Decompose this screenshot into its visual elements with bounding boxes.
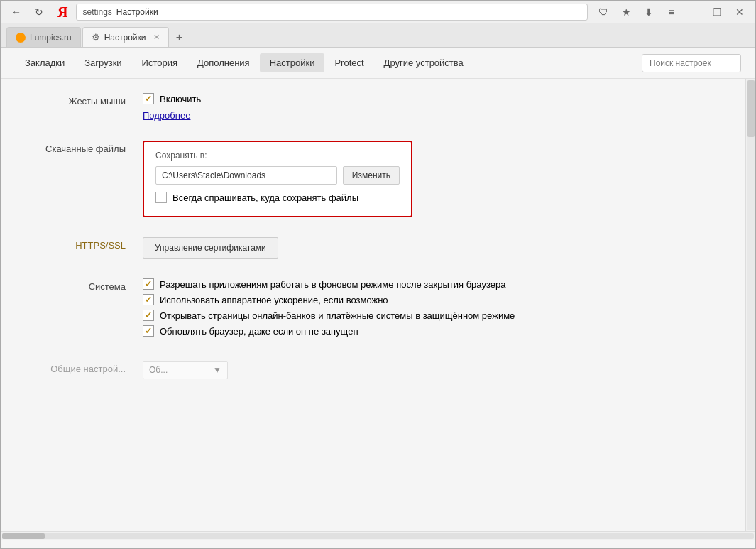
nav-other-devices[interactable]: Другие устройства (374, 53, 473, 72)
menu-icon: ≡ (669, 6, 674, 18)
general-label: Общие настрой... (29, 361, 143, 374)
mouse-gestures-label: Жесты мыши (29, 93, 143, 107)
tab-favicon-lumpics (16, 33, 26, 43)
new-tab-button[interactable]: + (170, 28, 189, 47)
tab-close-button[interactable]: ✕ (153, 33, 160, 42)
settings-content: Жесты мыши Включить Подробнее Скачанные … (1, 79, 745, 531)
close-button[interactable]: ✕ (730, 2, 750, 22)
general-dropdown-arrow: ▼ (213, 365, 221, 375)
menu-button[interactable]: ≡ (662, 2, 681, 22)
system-checkbox-row-0: Разрешать приложениям работать в фоновом… (143, 278, 717, 290)
system-checkbox-label-3: Обновлять браузер, даже если он не запущ… (160, 326, 358, 337)
general-control: Об... ▼ (143, 361, 717, 379)
download-path-row: Изменить (155, 166, 400, 185)
download-section-box: Сохранять в: Изменить Всегда спрашивать,… (143, 141, 412, 217)
nav-history[interactable]: История (132, 53, 187, 72)
mouse-gestures-enable-label: Включить (160, 94, 201, 104)
settings-main: Жесты мыши Включить Подробнее Скачанные … (1, 79, 755, 531)
manage-certificates-button[interactable]: Управление сертификатами (143, 237, 278, 259)
settings-nav: Закладки Загрузки История Дополнения Нас… (1, 48, 755, 79)
minimize-button[interactable]: — (684, 2, 704, 22)
scrollbar-track (747, 80, 755, 530)
minimize-icon: — (689, 6, 699, 18)
mouse-gestures-enable-row: Включить (143, 93, 717, 104)
restore-button[interactable]: ❐ (707, 2, 727, 22)
mouse-gestures-more-link[interactable]: Подробнее (143, 110, 717, 121)
right-scrollbar[interactable] (745, 79, 755, 531)
tab-bar: Lumpics.ru ⚙ Настройки ✕ + (1, 23, 755, 48)
downloaded-files-label: Скачанные файлы (29, 141, 143, 154)
back-button[interactable]: ← (6, 2, 26, 22)
general-dropdown-value: Об... (149, 365, 168, 375)
tab-lumpics[interactable]: Lumpics.ru (6, 27, 81, 47)
system-checkbox-label-2: Открывать страницы онлайн-банков и платё… (160, 310, 515, 321)
system-checkbox-1[interactable] (143, 294, 154, 305)
system-checkbox-label-0: Разрешать приложениям работать в фоновом… (160, 279, 505, 290)
protect-button[interactable]: 🛡 (593, 2, 613, 22)
system-checkbox-row-1: Использовать аппаратное ускорение, если … (143, 294, 717, 305)
tab-settings[interactable]: ⚙ Настройки ✕ (82, 27, 169, 47)
nav-bookmarks[interactable]: Закладки (15, 53, 75, 72)
system-checkbox-row-3: Обновлять браузер, даже если он не запущ… (143, 325, 717, 337)
nav-settings[interactable]: Настройки (260, 53, 325, 72)
system-checkbox-3[interactable] (143, 325, 154, 337)
nav-protect[interactable]: Protect (324, 53, 373, 72)
settings-search-container (642, 54, 741, 72)
protect-icon: 🛡 (598, 6, 608, 18)
downloaded-files-control: Сохранять в: Изменить Всегда спрашивать,… (143, 141, 717, 217)
system-checkbox-label-1: Использовать аппаратное ускорение, если … (160, 295, 388, 305)
settings-tab-icon: ⚙ (92, 32, 100, 43)
tab-label-settings: Настройки (104, 33, 146, 43)
address-bar[interactable]: settings Настройки (76, 4, 588, 21)
mouse-gestures-row: Жесты мыши Включить Подробнее (29, 93, 717, 121)
address-prefix: settings (82, 7, 111, 17)
reload-button[interactable]: ↻ (29, 2, 49, 22)
yandex-logo: Я (57, 4, 67, 21)
save-to-label: Сохранять в: (155, 151, 400, 161)
address-domain: Настройки (116, 7, 158, 17)
change-path-button[interactable]: Изменить (343, 166, 400, 185)
always-ask-row: Всегда спрашивать, куда сохранять файлы (155, 192, 400, 203)
title-bar: ← ↻ Я settings Настройки 🛡 ★ ⬇ ≡ (1, 1, 755, 23)
nav-buttons: ← ↻ (6, 2, 49, 22)
system-control: Разрешать приложениям работать в фоновом… (143, 278, 717, 341)
nav-downloads[interactable]: Загрузки (75, 53, 131, 72)
mouse-gestures-control: Включить Подробнее (143, 93, 717, 121)
https-ssl-row: HTTPS/SSL Управление сертификатами (29, 237, 717, 259)
download-icon: ⬇ (645, 6, 653, 18)
restore-icon: ❐ (713, 6, 722, 18)
scrollbar-thumb[interactable] (747, 80, 755, 137)
reload-icon: ↻ (35, 6, 43, 18)
new-tab-icon: + (176, 31, 182, 44)
toolbar-icons: 🛡 ★ ⬇ ≡ — ❐ ✕ (593, 2, 750, 22)
bottom-scroll-track (2, 533, 754, 539)
system-checkbox-row-2: Открывать страницы онлайн-банков и платё… (143, 310, 717, 321)
general-row: Общие настрой... Об... ▼ (29, 361, 717, 379)
always-ask-label: Всегда спрашивать, куда сохранять файлы (172, 192, 358, 203)
mouse-gestures-checkbox[interactable] (143, 93, 154, 104)
system-checkbox-2[interactable] (143, 310, 154, 321)
https-ssl-label: HTTPS/SSL (29, 237, 143, 251)
download-path-input[interactable] (155, 166, 337, 185)
close-icon: ✕ (735, 6, 744, 18)
back-icon: ← (11, 6, 21, 18)
always-ask-checkbox[interactable] (155, 192, 167, 203)
bottom-scrollbar[interactable] (1, 531, 755, 540)
https-ssl-control: Управление сертификатами (143, 237, 717, 259)
bottom-scroll-thumb[interactable] (2, 533, 45, 539)
download-button[interactable]: ⬇ (639, 2, 659, 22)
mouse-gestures-more-anchor[interactable]: Подробнее (143, 110, 190, 121)
system-label: Система (29, 278, 143, 292)
nav-extensions[interactable]: Дополнения (187, 53, 260, 72)
system-checkbox-0[interactable] (143, 278, 154, 290)
tab-label-lumpics: Lumpics.ru (30, 33, 72, 43)
settings-search-input[interactable] (642, 54, 741, 72)
star-icon: ★ (622, 6, 631, 18)
downloaded-files-row: Скачанные файлы Сохранять в: Изменить Вс… (29, 141, 717, 217)
bookmark-button[interactable]: ★ (616, 2, 636, 22)
system-row: Система Разрешать приложениям работать в… (29, 278, 717, 341)
